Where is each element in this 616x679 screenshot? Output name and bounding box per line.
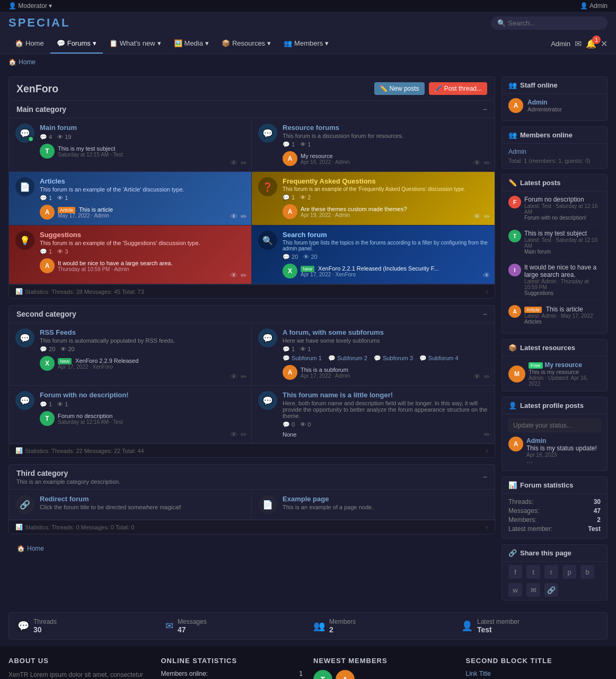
mark-icon-5[interactable]: ✏ (241, 271, 247, 280)
sidebar-profile-posts: 👤 Latest profile posts A Admin This is m… (501, 397, 608, 471)
forum-search-name[interactable]: Search forum (283, 231, 488, 239)
resource-item-0: M Free My resource This is my resource A… (508, 361, 601, 387)
forum-rss-icon: 💬 (15, 328, 34, 347)
forum-nodesc-name[interactable]: Forum with no description! (40, 391, 245, 399)
watch-icon-sub[interactable]: 👁 (473, 372, 481, 381)
breadcrumb-home-link[interactable]: Home (19, 58, 36, 66)
watch-icon-6[interactable]: 👁 (483, 271, 490, 280)
forum-item-redirect: 🔗 Redirect forum Click the forum title t… (9, 490, 252, 520)
staff-avatar: A (508, 98, 523, 113)
share-reddit[interactable]: r (544, 565, 558, 579)
forum-rss-name[interactable]: RSS Feeds (40, 328, 245, 336)
main-category-stats: 📊 Statistics: Threads: 28 Messages: 45 T… (9, 284, 495, 298)
nav-forums[interactable]: 💬 Forums ▾ (50, 34, 103, 54)
mark-icon-2[interactable]: ✏ (484, 159, 490, 167)
third-category-stats: 📊 Statistics: Threads: 0 Messages: 0 Tot… (9, 520, 495, 534)
forum-subforums-name[interactable]: A forum, with some subforums (283, 328, 488, 336)
mark-icon-3[interactable]: ✏ (241, 212, 247, 221)
share-whatsapp[interactable]: w (508, 583, 522, 597)
latest-post-3: A Article This is article Latest: Admin … (508, 305, 601, 329)
subforum-3[interactable]: 💬 Subforum 3 (374, 355, 413, 362)
breadcrumb-home-icon: 🏠 (8, 58, 16, 66)
stats-expand-icon-2[interactable]: ↑ (486, 448, 489, 454)
post-thread-icon: 🖊️ (434, 85, 442, 92)
watch-icon-4[interactable]: 👁 (473, 212, 481, 221)
nav: 🏠 Home 💬 Forums ▾ 📋 What's new ▾ 🖼️ Medi… (0, 34, 616, 54)
subforum-2[interactable]: 💬 Subforum 2 (328, 355, 367, 362)
footer-threads: 💬 Threads 30 (17, 618, 155, 634)
collapse-icon[interactable]: − (483, 105, 487, 114)
sidebar-staff-online: 👥 Staff online A Admin Administrator (501, 76, 608, 121)
top-bar: 👤 Moderator ▾ 👤 Admin (0, 0, 616, 12)
footer-breadcrumb-home-icon: 🏠 (17, 545, 25, 552)
footer-latest-member: 👤 Latest member Test (461, 618, 599, 634)
nav-resources[interactable]: 📦 Resources ▾ (215, 34, 277, 54)
settings-icon[interactable]: ✕ (601, 39, 608, 49)
notification-bell[interactable]: 🔔1 (586, 39, 596, 49)
mark-icon[interactable]: ✏ (241, 159, 247, 167)
forum-long-name[interactable]: This forum name is a little longer! (283, 391, 488, 399)
share-header: 🔗 Share this page (502, 545, 607, 562)
nav-whats-new[interactable]: 📋 What's new ▾ (103, 34, 168, 54)
watch-icon-3[interactable]: 👁 (230, 212, 237, 221)
search-input[interactable] (508, 19, 601, 27)
latest-post-1: T This is my test subject Latest: Test ·… (508, 230, 601, 259)
mark-icon-long[interactable]: ✏ (484, 430, 490, 439)
share-icons-row: f t r p b w ✉ 🔗 (502, 562, 607, 600)
subforum-list: 💬 Subforum 1 💬 Subforum 2 💬 Subforum 3 💬… (283, 355, 488, 362)
forum-resource-name[interactable]: Resource forums (283, 124, 488, 132)
admin-info: 👤 Admin (580, 2, 608, 10)
stats-expand-icon-3[interactable]: ↑ (486, 524, 489, 530)
admin-label: Admin (589, 2, 608, 10)
nav-members[interactable]: 👥 Members ▾ (277, 34, 335, 54)
subforum-1[interactable]: 💬 Subforum 1 (283, 355, 322, 362)
whats-new-icon: 📋 (109, 39, 118, 47)
nav-media[interactable]: 🖼️ Media ▾ (168, 34, 215, 54)
forum-articles-name[interactable]: Articles (40, 177, 245, 185)
mail-icon[interactable]: ✉ (575, 39, 582, 49)
forum-suggestions-name[interactable]: Suggestions (40, 231, 245, 239)
third-collapse-icon[interactable]: − (483, 473, 487, 481)
stats-icon-2: 📊 (15, 447, 23, 454)
second-collapse-icon[interactable]: − (483, 310, 487, 318)
latest-resources-icon: 📦 (508, 344, 517, 352)
forum-search-icon: 🔍 (258, 231, 277, 250)
share-link[interactable]: 🔗 (544, 583, 558, 597)
subforum-4[interactable]: 💬 Subforum 4 (419, 355, 459, 362)
forum-main-name[interactable]: Main forum (40, 124, 245, 132)
share-tumblr[interactable]: b (580, 565, 594, 579)
share-twitter[interactable]: t (526, 565, 540, 579)
watch-icon-5[interactable]: 👁 (230, 271, 237, 280)
forum-suggestions-icon: 💡 (15, 231, 34, 250)
watch-icon-2[interactable]: 👁 (473, 159, 481, 167)
footer-breadcrumb-home-link[interactable]: Home (27, 545, 44, 552)
forum-faq-name[interactable]: Frequently Asked Questions (283, 177, 488, 185)
watch-icon[interactable]: 👁 (230, 159, 237, 167)
main-category-header: Main category − (9, 101, 495, 118)
share-facebook[interactable]: f (508, 565, 522, 579)
forum-item-page: 📄 Example page This is an example of a p… (252, 490, 495, 520)
share-pinterest[interactable]: p (562, 565, 576, 579)
watch-icon-nd[interactable]: 👁 (230, 430, 237, 439)
forum-redirect-name[interactable]: Redirect forum (40, 495, 245, 503)
mark-icon-sub[interactable]: ✏ (484, 372, 490, 381)
new-posts-button[interactable]: ✏️ New posts (374, 82, 425, 95)
profile-post-more[interactable]: ··· (526, 458, 533, 466)
newest-member-t: T (313, 670, 332, 679)
search-bar[interactable]: 🔍 (491, 16, 608, 30)
forum-title: XenForo (16, 83, 58, 95)
stats-expand-icon[interactable]: ↑ (486, 289, 489, 295)
status-input[interactable] (508, 419, 601, 432)
nav-home[interactable]: 🏠 Home (8, 34, 50, 54)
mark-icon-nd[interactable]: ✏ (241, 430, 247, 439)
mark-icon-rss[interactable]: ✏ (241, 372, 247, 381)
mark-icon-4[interactable]: ✏ (484, 212, 490, 221)
watch-icon-rss[interactable]: 👁 (230, 372, 237, 381)
newest-member-avatars: T A (313, 670, 455, 679)
post-thread-button[interactable]: 🖊️ Post thread... (429, 82, 487, 95)
forums-icon: 💬 (57, 39, 65, 47)
forum-item-faq: ❓ Frequently Asked Questions This forum … (252, 172, 495, 225)
forum-page-name[interactable]: Example page (283, 495, 488, 503)
share-email[interactable]: ✉ (526, 583, 540, 597)
footer-link-0[interactable]: Link Title (466, 670, 608, 677)
